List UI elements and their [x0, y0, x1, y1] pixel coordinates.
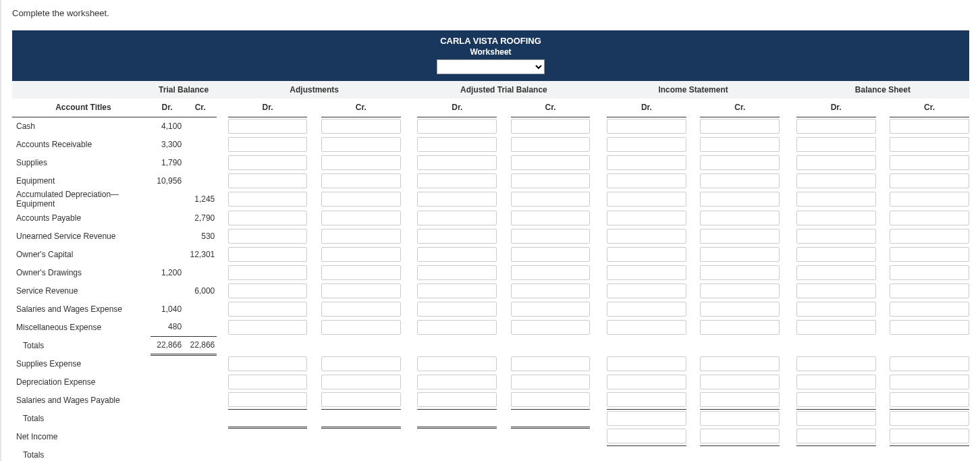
- cell-input[interactable]: [890, 229, 969, 244]
- cell-input[interactable]: [228, 155, 308, 170]
- cell-input[interactable]: [228, 229, 308, 244]
- period-select[interactable]: [437, 59, 545, 74]
- cell-input[interactable]: [796, 356, 876, 371]
- cell-input[interactable]: [796, 229, 876, 244]
- cell-input[interactable]: [321, 137, 401, 152]
- cell-input[interactable]: [700, 356, 780, 371]
- cell-input[interactable]: [607, 302, 686, 317]
- cell-input[interactable]: [607, 155, 686, 170]
- cell-input[interactable]: [417, 283, 497, 298]
- cell-input[interactable]: [796, 247, 876, 262]
- cell-input[interactable]: [417, 192, 497, 207]
- cell-input[interactable]: [700, 247, 780, 262]
- cell-input[interactable]: [228, 302, 308, 317]
- cell-input[interactable]: [796, 119, 876, 134]
- cell-input[interactable]: [607, 137, 686, 152]
- cell-input[interactable]: [417, 137, 497, 152]
- cell-input[interactable]: [700, 155, 780, 170]
- cell-input[interactable]: [607, 265, 686, 280]
- cell-input[interactable]: [796, 320, 876, 335]
- cell-input[interactable]: [890, 192, 969, 207]
- cell-input[interactable]: [890, 302, 969, 317]
- netincome-bs-dr-input[interactable]: [796, 429, 876, 443]
- cell-input[interactable]: [511, 302, 591, 317]
- cell-input[interactable]: [228, 356, 308, 371]
- cell-input[interactable]: [511, 173, 591, 188]
- cell-input[interactable]: [321, 283, 401, 298]
- cell-input[interactable]: [890, 356, 969, 371]
- cell-input[interactable]: [321, 356, 401, 371]
- totals2-bs-dr-input[interactable]: [796, 411, 876, 426]
- cell-input[interactable]: [321, 173, 401, 188]
- cell-input[interactable]: [700, 119, 780, 134]
- netincome-is-dr-input[interactable]: [607, 429, 686, 443]
- cell-input[interactable]: [511, 283, 591, 298]
- cell-input[interactable]: [321, 302, 401, 317]
- cell-input[interactable]: [321, 229, 401, 244]
- cell-input[interactable]: [511, 137, 591, 152]
- cell-input[interactable]: [890, 392, 969, 407]
- cell-input[interactable]: [890, 247, 969, 262]
- cell-input[interactable]: [417, 173, 497, 188]
- cell-input[interactable]: [321, 265, 401, 280]
- cell-input[interactable]: [890, 320, 969, 335]
- cell-input[interactable]: [700, 229, 780, 244]
- netincome-bs-cr-input[interactable]: [890, 429, 969, 443]
- cell-input[interactable]: [511, 211, 591, 225]
- cell-input[interactable]: [417, 320, 497, 335]
- cell-input[interactable]: [228, 265, 308, 280]
- cell-input[interactable]: [511, 247, 591, 262]
- cell-input[interactable]: [700, 375, 780, 389]
- cell-input[interactable]: [321, 155, 401, 170]
- cell-input[interactable]: [228, 137, 308, 152]
- cell-input[interactable]: [700, 137, 780, 152]
- cell-input[interactable]: [228, 192, 308, 207]
- cell-input[interactable]: [796, 265, 876, 280]
- cell-input[interactable]: [700, 173, 780, 188]
- cell-input[interactable]: [700, 320, 780, 335]
- cell-input[interactable]: [796, 173, 876, 188]
- cell-input[interactable]: [700, 265, 780, 280]
- cell-input[interactable]: [417, 119, 497, 134]
- cell-input[interactable]: [417, 392, 497, 407]
- cell-input[interactable]: [321, 320, 401, 335]
- cell-input[interactable]: [796, 192, 876, 207]
- cell-input[interactable]: [228, 375, 308, 389]
- cell-input[interactable]: [417, 229, 497, 244]
- cell-input[interactable]: [796, 211, 876, 225]
- cell-input[interactable]: [607, 247, 686, 262]
- cell-input[interactable]: [607, 375, 686, 389]
- cell-input[interactable]: [228, 320, 308, 335]
- cell-input[interactable]: [607, 119, 686, 134]
- cell-input[interactable]: [321, 119, 401, 134]
- cell-input[interactable]: [700, 192, 780, 207]
- cell-input[interactable]: [228, 283, 308, 298]
- cell-input[interactable]: [607, 320, 686, 335]
- cell-input[interactable]: [321, 247, 401, 262]
- cell-input[interactable]: [417, 356, 497, 371]
- cell-input[interactable]: [417, 302, 497, 317]
- cell-input[interactable]: [511, 229, 591, 244]
- cell-input[interactable]: [607, 229, 686, 244]
- cell-input[interactable]: [511, 119, 591, 134]
- cell-input[interactable]: [607, 192, 686, 207]
- cell-input[interactable]: [321, 211, 401, 225]
- cell-input[interactable]: [700, 211, 780, 225]
- cell-input[interactable]: [607, 283, 686, 298]
- cell-input[interactable]: [607, 392, 686, 407]
- cell-input[interactable]: [511, 265, 591, 280]
- cell-input[interactable]: [511, 392, 591, 407]
- cell-input[interactable]: [228, 247, 308, 262]
- cell-input[interactable]: [511, 155, 591, 170]
- cell-input[interactable]: [511, 375, 591, 389]
- cell-input[interactable]: [417, 247, 497, 262]
- cell-input[interactable]: [796, 375, 876, 389]
- cell-input[interactable]: [890, 283, 969, 298]
- cell-input[interactable]: [228, 392, 308, 407]
- cell-input[interactable]: [700, 302, 780, 317]
- cell-input[interactable]: [700, 283, 780, 298]
- cell-input[interactable]: [321, 192, 401, 207]
- cell-input[interactable]: [700, 392, 780, 407]
- cell-input[interactable]: [796, 283, 876, 298]
- cell-input[interactable]: [511, 320, 591, 335]
